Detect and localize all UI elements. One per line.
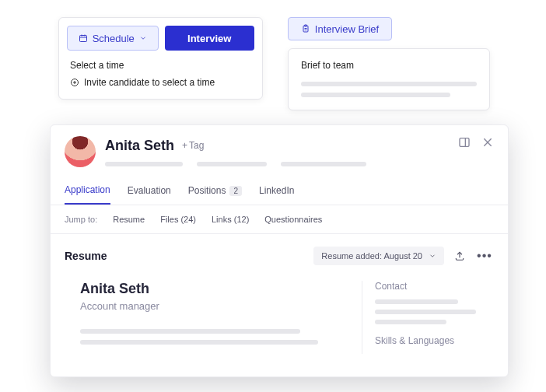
resume-section-title: Resume [65,250,313,262]
tag-label: Tag [189,140,204,151]
tab-label: Positions [188,185,226,196]
plus-circle-icon [70,78,79,87]
resume-right-column: Contact Skills & Languages [362,281,494,354]
contact-heading: Contact [375,281,494,292]
schedule-options: Select a time Invite candidate to select… [67,60,254,88]
tab-evaluation[interactable]: Evaluation [128,184,171,205]
placeholder-line [80,340,318,345]
upload-icon[interactable] [450,247,469,265]
positions-count-badge: 2 [229,186,242,196]
resume-version-dropdown[interactable]: Resume added: August 20 [313,247,444,265]
placeholder-line [375,320,446,324]
option-invite-candidate[interactable]: Invite candidate to select a time [70,77,254,88]
schedule-button-row: Schedule Interview [67,26,254,51]
schedule-menu-card: Schedule Interview Select a time Invite … [58,17,263,100]
candidate-card: Anita Seth + Tag Application Evaluation [50,124,509,377]
jump-files[interactable]: Files (24) [160,215,196,224]
candidate-header: Anita Seth + Tag [51,125,508,170]
jump-to-row: Jump to: Resume Files (24) Links (12) Qu… [51,205,508,234]
jump-links[interactable]: Links (12) [212,215,249,224]
schedule-button[interactable]: Schedule [67,26,159,51]
more-icon[interactable]: ••• [475,247,494,265]
option-select-time[interactable]: Select a time [70,60,254,71]
placeholder-line [301,82,477,86]
placeholder-line [105,162,183,166]
interview-button-label: Interview [187,33,231,44]
tab-label: Application [65,184,110,195]
clipboard-icon [301,24,310,33]
brief-card-title: Brief to team [301,60,477,71]
interview-brief-button[interactable]: Interview Brief [288,17,392,40]
placeholder-line [281,162,366,166]
svg-rect-0 [79,36,86,42]
resume-role: Account manager [80,300,331,312]
jump-resume[interactable]: Resume [113,215,145,224]
placeholder-line [80,329,300,334]
chevron-down-icon [139,34,147,42]
panel-icon[interactable] [458,136,471,149]
tab-linkedin[interactable]: LinkedIn [259,184,294,205]
avatar [65,136,96,167]
close-icon[interactable] [481,136,494,149]
svg-rect-11 [460,138,469,147]
resume-dropdown-label: Resume added: August 20 [321,251,422,261]
jump-to-label: Jump to: [65,215,97,224]
interview-brief-label: Interview Brief [315,23,379,35]
resume-name: Anita Seth [80,281,331,297]
resume-left-column: Anita Seth Account manager [65,281,331,354]
tab-label: Evaluation [128,185,171,196]
tab-application[interactable]: Application [65,184,110,205]
brief-to-team-card: Brief to team [288,48,490,110]
tab-positions[interactable]: Positions 2 [188,184,242,205]
placeholder-line [375,310,476,314]
chevron-down-icon [429,252,436,260]
resume-section: Resume Resume added: August 20 ••• Anita… [51,234,508,354]
placeholder-line [197,162,267,166]
header-icon-row [458,136,494,149]
tab-label: LinkedIn [259,185,294,196]
plus-icon: + [182,140,187,151]
schedule-button-label: Schedule [93,33,135,44]
option-label: Invite candidate to select a time [84,77,215,88]
tab-bar: Application Evaluation Positions 2 Linke… [51,170,508,205]
option-label: Select a time [70,60,124,71]
placeholder-line [301,93,450,97]
placeholder-line [375,299,458,304]
candidate-name: Anita Seth [105,138,174,154]
jump-questionnaires[interactable]: Questionnaires [264,215,322,224]
calendar-icon [79,33,88,43]
add-tag-button[interactable]: + Tag [182,140,204,151]
skills-heading: Skills & Languages [375,335,494,346]
interview-button[interactable]: Interview [165,26,255,51]
